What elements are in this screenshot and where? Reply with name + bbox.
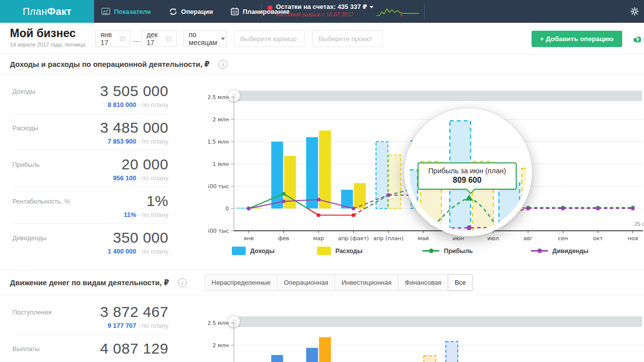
- section-operating-income-expenses: Доходы и расходы по операционной деятель…: [0, 54, 644, 270]
- metric-plan-suffix: - по плану: [136, 248, 168, 255]
- svg-text:ноя: ноя: [628, 235, 638, 242]
- metric-plan-suffix: - по плану: [136, 101, 168, 108]
- metric-plan-suffix: - по плану: [136, 138, 168, 145]
- legend-item-0[interactable]: Доходы: [232, 247, 274, 255]
- legend-label: Дивиденды: [552, 248, 589, 255]
- activity-tab-0[interactable]: Нераспределенные: [205, 274, 277, 291]
- info-icon[interactable]: i: [218, 60, 227, 69]
- metric-plan-value[interactable]: 1 400 000: [107, 248, 136, 255]
- range-dash: —: [133, 37, 140, 45]
- svg-text:0: 0: [225, 206, 229, 212]
- metric-fact-value: 20 000: [113, 156, 168, 173]
- project-input[interactable]: [312, 30, 383, 47]
- metric-label: Прибыль: [12, 156, 40, 182]
- group-by-select[interactable]: по месяцам: [183, 30, 227, 47]
- logo-plan: План: [23, 6, 47, 17]
- metric-fact-value: 3 485 000: [100, 119, 168, 136]
- nav-label: Показатели: [114, 8, 151, 15]
- info-icon[interactable]: i: [178, 278, 187, 287]
- add-operation-button[interactable]: + Добавить операцию: [532, 31, 622, 47]
- activity-tab-3[interactable]: Финансовая: [398, 274, 448, 291]
- svg-text:2 млн: 2 млн: [213, 116, 229, 123]
- svg-text:июн: июн: [452, 235, 464, 242]
- metric-row: Рентабельность, %1%11% - по плану: [12, 187, 168, 224]
- chevron-down-icon: [370, 6, 374, 8]
- section-cash-flow: Движение денег по видам деятельности, ₽ …: [0, 270, 644, 362]
- metric-plan-value[interactable]: 956 100: [113, 174, 136, 182]
- page-header: Мой бизнес 14 апреля 2017 года, пятница …: [0, 23, 644, 54]
- settings-gear-icon[interactable]: [630, 7, 639, 16]
- calendar-icon: [120, 35, 125, 43]
- svg-text:апр (план): апр (план): [373, 235, 403, 242]
- legal-entity-input[interactable]: [234, 30, 305, 47]
- period-from-picker[interactable]: янв 17: [95, 30, 131, 47]
- nav-item-indicators[interactable]: Показатели: [102, 8, 151, 15]
- svg-text:500 тыс: 500 тыс: [208, 183, 229, 190]
- svg-text:1 млн: 1 млн: [213, 161, 229, 167]
- svg-text:1.5 млн: 1.5 млн: [208, 139, 229, 145]
- nav-divider: [262, 4, 262, 19]
- cloud-upload-icon: [632, 35, 643, 43]
- period-from-value: янв 17: [101, 31, 116, 47]
- chart-tooltip: Прибыль за июн (план) 809 600: [418, 162, 517, 190]
- metric-plan-suffix: - по плану: [136, 211, 168, 218]
- period-to-picker[interactable]: дек 17: [141, 30, 177, 47]
- activity-tab-1[interactable]: Операционная: [277, 274, 335, 291]
- balance-sparkline: [376, 5, 421, 18]
- activity-tab-4[interactable]: Все: [448, 274, 473, 291]
- legend-label: Доходы: [250, 248, 274, 255]
- period-to-value: дек 17: [147, 31, 162, 47]
- accounts-balance-dropdown[interactable]: Остатки на счетах: 435 337 ₽ Кассовый ра…: [268, 3, 374, 17]
- accounts-value: 435 337 ₽: [337, 3, 367, 10]
- svg-text:сен: сен: [558, 235, 568, 242]
- svg-text:2 млн: 2 млн: [213, 342, 229, 349]
- section-title: Движение денег по видам деятельности, ₽: [10, 278, 169, 287]
- import-button[interactable]: Импорт: [632, 35, 644, 43]
- svg-text:2.5 млн: 2.5 млн: [208, 320, 229, 326]
- metric-fact-value: 4 087 129: [100, 340, 168, 357]
- svg-text:мар: мар: [313, 235, 324, 242]
- metric-plan-value[interactable]: 7 853 900: [107, 138, 136, 145]
- current-date: 14 апреля 2017 года, пятница: [10, 42, 85, 48]
- metrics-panel: Доходы3 505 0008 810 000 - по плануРасхо…: [0, 74, 208, 270]
- metric-fact-value: 350 000: [107, 229, 168, 246]
- magnifier-content: Прибыль за июн (план) 809 600: [410, 114, 527, 231]
- nav-label: Операции: [181, 8, 213, 15]
- metric-label: Дивиденды: [12, 229, 47, 255]
- legend-swatch: [232, 247, 246, 255]
- legend-item-2[interactable]: Прибыль: [423, 247, 473, 255]
- legend-item-3[interactable]: Дивиденды: [531, 247, 589, 255]
- sync-icon: [169, 7, 177, 16]
- metric-label: Доходы: [12, 83, 35, 108]
- app-logo[interactable]: ПланФакт: [0, 0, 94, 23]
- metric-label: Рентабельность, %: [12, 193, 70, 218]
- metric-plan-value[interactable]: 9 177 707: [107, 322, 136, 329]
- magnifier-overlay: Прибыль за июн (план) 809 600: [404, 108, 532, 236]
- chart-plot: 2.5 млн2 млн1.5 млн1 млн500 тыс0-500 тыс…: [208, 310, 644, 362]
- calendar-icon: [231, 7, 239, 15]
- cash-gap-warning: Кассовый разрыв с 15.07.2017: [276, 11, 374, 17]
- metric-row: Прибыль20 000956 100 - по плану: [12, 151, 168, 187]
- svg-text:авг: авг: [523, 235, 533, 242]
- metric-fact-value: 3 505 000: [100, 83, 168, 100]
- legend-label: Расходы: [335, 248, 363, 255]
- svg-text:2.5 млн: 2.5 млн: [208, 94, 229, 101]
- metric-plan-value[interactable]: 11%: [124, 211, 136, 218]
- svg-text:июл: июл: [487, 235, 499, 242]
- nav-divider: [424, 4, 425, 19]
- planfact-dashboard: ПланФакт Показатели Операции: [0, 0, 644, 362]
- metric-row: Поступления3 872 4679 177 707 - по плану: [12, 298, 168, 335]
- metric-plan-value[interactable]: 8 810 000: [107, 101, 136, 108]
- legend-item-1[interactable]: Расходы: [317, 247, 363, 255]
- activity-tabs: НераспределенныеОперационнаяИнвестиционн…: [205, 274, 473, 291]
- svg-text:апр (факт): апр (факт): [338, 235, 369, 242]
- metric-row: Выплаты4 087 129: [12, 335, 168, 362]
- metric-label: Поступления: [12, 304, 52, 329]
- tooltip-title: Прибыль за июн (план): [422, 167, 513, 175]
- group-by-value: по месяцам: [189, 31, 217, 47]
- svg-text:май: май: [418, 235, 429, 242]
- activity-tab-2[interactable]: Инвестиционная: [334, 274, 398, 291]
- svg-text:-500 тыс: -500 тыс: [208, 228, 229, 234]
- metric-fact-value: 1%: [124, 193, 168, 209]
- nav-item-operations[interactable]: Операции: [169, 7, 213, 16]
